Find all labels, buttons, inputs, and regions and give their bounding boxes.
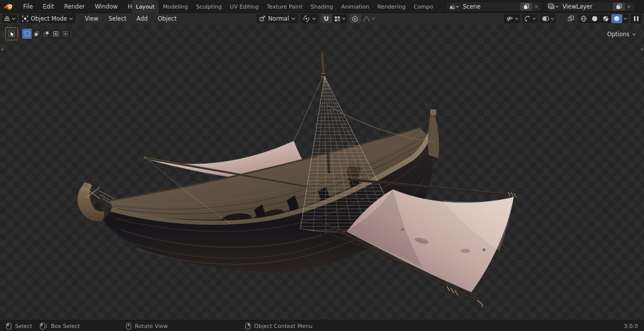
workspace-tabs: Layout Modeling Sculpting UV Editing Tex… [132,0,437,13]
shading-rendered-button[interactable] [611,14,622,23]
hint-rotate-view: Rotate View [126,320,168,331]
menu-view[interactable]: View [79,14,103,23]
menu-edit[interactable]: Edit [38,0,59,13]
view-layer-name: ViewLayer [559,3,611,10]
pivot-point-selector[interactable] [300,14,318,23]
hint-object-context-menu: Object Context Menu [245,320,312,331]
sidebar-expand-arrow[interactable]: ‹ [640,46,643,52]
overlays-icon [541,15,549,22]
scene-delete-button[interactable]: × [532,3,540,10]
tab-sculpting[interactable]: Sculpting [192,0,225,13]
chevron-down-icon [632,33,636,36]
options-dropdown[interactable]: Options [603,29,640,39]
chevron-down-icon [515,17,519,20]
pause-render-button[interactable] [630,14,641,23]
toolbar-expand-arrow[interactable]: › [1,46,4,52]
view-layer-icon [547,3,555,11]
object-visibility-button[interactable] [504,14,520,23]
3d-viewport[interactable] [0,24,644,320]
options-label: Options [607,31,629,38]
duplicate-icon [523,4,529,10]
proportional-editing-button[interactable] [350,14,361,23]
3d-viewport-editor-icon [4,15,11,22]
rendered-sphere-icon [613,15,620,22]
snap-toggle-button[interactable] [321,14,332,23]
tab-animation[interactable]: Animation [337,0,373,13]
chevron-down-icon [455,5,459,8]
transform-orientation-label: Normal [268,15,289,22]
proportional-falloff-button[interactable] [361,14,377,23]
select-box-tool-icon [8,30,16,38]
xray-toggle-button[interactable] [565,14,576,23]
mouse-left-drag-icon [40,322,47,330]
magnet-icon [323,16,330,22]
falloff-curve-icon [363,16,370,22]
select-mode-invert-button[interactable] [51,29,60,39]
chevron-down-icon [371,17,375,20]
shading-settings-button[interactable] [622,17,628,20]
select-mode-subtract-button[interactable] [41,29,51,39]
scene-name: Scene [459,3,519,10]
orientation-icon [259,15,266,22]
chevron-down-icon [69,17,73,20]
chevron-down-icon [550,17,554,20]
mode-selector-label: Object Mode [31,15,67,22]
chevron-down-icon [532,17,536,20]
editor-type-selector[interactable] [2,14,17,23]
tab-shading[interactable]: Shading [306,0,337,13]
statusbar: Select Box Select Rotate View Object Con… [0,320,644,331]
shading-mode-group [578,14,628,23]
proportional-edit-group [350,14,377,23]
visibility-eye-icon [506,15,514,22]
transform-orientation-selector[interactable]: Normal [257,14,298,23]
scene-selector[interactable]: Scene × [446,2,542,12]
snapping-group [321,14,347,23]
menu-file[interactable]: File [18,0,38,13]
view-layer-new-button[interactable] [613,3,625,11]
shading-solid-button[interactable] [589,14,600,23]
chevron-down-icon [555,5,559,8]
tab-uv-editing[interactable]: UV Editing [226,0,263,13]
gizmos-button[interactable] [522,14,538,23]
scene-new-button[interactable] [520,3,532,11]
tab-compositing[interactable]: Compo [410,0,437,13]
tab-modeling[interactable]: Modeling [158,0,192,13]
hint-select: Select [6,320,32,331]
gizmo-icon [524,15,531,22]
topbar-menus: File Edit Render Window Help [18,0,146,13]
snap-target-icon [334,16,341,22]
select-mode-extend-button[interactable] [32,29,41,39]
menu-add[interactable]: Add [131,14,152,23]
tab-rendering[interactable]: Rendering [373,0,410,13]
chevron-down-icon [291,17,295,20]
snap-settings-button[interactable] [333,14,347,23]
menu-object[interactable]: Object [153,14,182,23]
menu-window[interactable]: Window [90,0,122,13]
select-subtract-icon [43,31,49,37]
select-extend-icon [34,31,40,37]
mouse-middle-icon [126,322,131,330]
select-intersect-icon [62,31,68,37]
active-tool-select-box[interactable] [5,27,18,40]
menu-render[interactable]: Render [59,0,90,13]
shading-material-button[interactable] [600,14,611,23]
blender-logo-icon [4,2,13,11]
view-layer-delete-button[interactable]: × [625,3,633,10]
select-invert-icon [53,31,59,37]
select-new-icon [24,31,30,37]
select-mode-new-button[interactable] [22,29,32,39]
menu-select[interactable]: Select [104,14,131,23]
tool-settings-row [5,27,70,40]
select-mode-intersect-button[interactable] [60,29,70,39]
chevron-down-icon [312,17,316,20]
hint-box-select: Box Select [40,320,80,331]
overlays-button[interactable] [540,14,556,23]
chevron-down-icon [12,17,16,20]
mouse-right-icon [245,322,251,330]
xray-icon [567,15,575,22]
tab-texture-paint[interactable]: Texture Paint [263,0,306,13]
view-layer-selector[interactable]: ViewLayer × [545,2,635,12]
shading-wireframe-button[interactable] [578,14,589,23]
mode-selector[interactable]: Object Mode [19,14,75,23]
tab-layout[interactable]: Layout [132,0,158,13]
